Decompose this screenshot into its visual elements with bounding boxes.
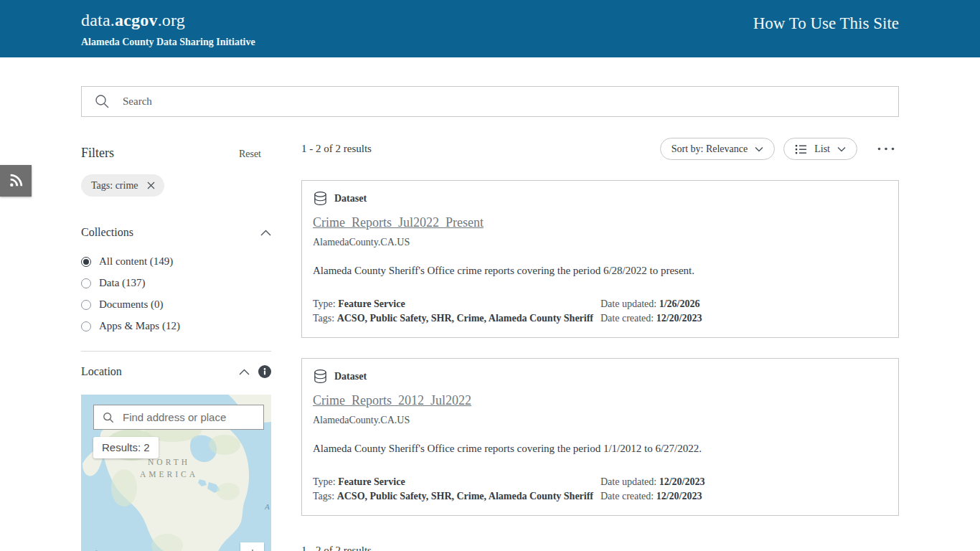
chevron-up-icon[interactable] (239, 369, 250, 375)
map-continent-label: NORTH AMERICA (140, 456, 198, 481)
how-to-use-link[interactable]: How To Use This Site (753, 0, 899, 33)
result-card: Dataset Crime_Reports_2012_Jul2022 Alame… (301, 358, 899, 516)
site-subtitle: Alameda County Data Sharing Initiative (81, 37, 255, 48)
collections-options: All content (149) Data (137) Documents (… (81, 255, 271, 332)
sidebar-divider (81, 351, 271, 352)
location-section-title: Location (81, 365, 122, 378)
dataset-owner: AlamedaCounty.CA.US (313, 237, 887, 248)
active-tag-label: Tags: crime (91, 180, 138, 192)
results-panel: 1 - 2 of 2 results Sort by: Relevance (301, 138, 899, 551)
dataset-title-link[interactable]: Crime_Reports_Jul2022_Present (313, 215, 484, 230)
results-count: 1 - 2 of 2 results (301, 143, 372, 155)
meta-tags-value: ACSO, Public Safety, SHR, Crime, Alameda… (337, 313, 593, 324)
meta-type-label: Type: (313, 298, 338, 309)
collection-option-label: Apps & Maps (12) (99, 320, 180, 332)
meta-created-label: Date created: (600, 313, 656, 324)
search-input[interactable] (121, 87, 898, 116)
reset-filters-button[interactable]: Reset (239, 149, 261, 160)
meta-tags-label: Tags: (313, 313, 337, 324)
chevron-down-icon (755, 146, 763, 152)
sort-by-dropdown[interactable]: Sort by: Relevance (660, 138, 776, 160)
database-icon (313, 191, 328, 206)
meta-tags-label: Tags: (313, 491, 337, 501)
collection-option-data[interactable]: Data (137) (81, 277, 271, 289)
card-type-badge: Dataset (334, 193, 367, 204)
map-address-search (93, 405, 264, 430)
location-map[interactable]: NORTH AMERICA cific A Results: 2 (81, 395, 271, 551)
collection-option-all-content[interactable]: All content (149) (81, 255, 271, 268)
radio-checked-icon (81, 257, 91, 267)
dataset-description: Alameda County Sheriff's Office crime re… (313, 265, 887, 277)
dataset-metadata: Type: Feature Service Tags: ACSO, Public… (313, 297, 887, 326)
chevron-up-icon[interactable] (260, 230, 271, 236)
site-title: data.acgov.org (81, 11, 255, 30)
card-type-badge: Dataset (334, 371, 367, 382)
dataset-description: Alameda County Sheriff's Office crime re… (313, 443, 887, 455)
filters-title: Filters (81, 146, 114, 161)
search-icon (95, 94, 110, 109)
meta-created-value: 12/20/2023 (656, 491, 702, 501)
meta-updated-label: Date updated: (600, 476, 659, 487)
active-tag-chip[interactable]: Tags: crime (81, 174, 164, 197)
radio-icon (81, 300, 91, 310)
results-toolbar: 1 - 2 of 2 results Sort by: Relevance (301, 138, 899, 160)
meta-type-value: Feature Service (338, 476, 405, 487)
global-search-bar (81, 86, 899, 117)
database-icon (313, 369, 328, 384)
view-mode-label: List (814, 143, 830, 155)
collection-option-label: Data (137) (99, 277, 146, 289)
map-address-input[interactable] (121, 410, 263, 424)
meta-updated-value: 1/26/2026 (659, 298, 700, 309)
search-icon (103, 412, 114, 423)
meta-created-value: 12/20/2023 (656, 313, 702, 324)
results-count-bottom: 1 - 2 of 2 results (301, 545, 899, 551)
site-title-prefix: data. (81, 11, 115, 29)
site-title-suffix: .org (158, 11, 185, 29)
result-card: Dataset Crime_Reports_Jul2022_Present Al… (301, 180, 899, 338)
site-header: data.acgov.org Alameda County Data Shari… (0, 0, 980, 57)
view-mode-dropdown[interactable]: List (783, 138, 857, 160)
rss-icon (8, 173, 24, 189)
meta-tags-value: ACSO, Public Safety, SHR, Crime, Alameda… (337, 491, 593, 501)
dataset-owner: AlamedaCounty.CA.US (313, 415, 887, 426)
site-logo[interactable]: data.acgov.org Alameda County Data Shari… (81, 0, 255, 48)
list-view-icon (795, 144, 807, 154)
collection-option-label: Documents (0) (99, 298, 164, 311)
meta-type-value: Feature Service (338, 298, 405, 309)
info-icon[interactable] (258, 365, 271, 378)
collections-section-title: Collections (81, 226, 133, 239)
map-zoom-in-button[interactable] (240, 542, 264, 551)
site-title-bold: acgov (115, 11, 158, 29)
meta-updated-value: 12/20/2023 (659, 476, 705, 487)
map-atlantic-label: A (265, 502, 270, 511)
radio-icon (81, 278, 91, 288)
meta-updated-label: Date updated: (600, 298, 659, 309)
sort-by-label: Sort by: Relevance (672, 143, 748, 155)
collection-option-apps-maps[interactable]: Apps & Maps (12) (81, 320, 271, 332)
meta-type-label: Type: (313, 476, 338, 487)
dataset-title-link[interactable]: Crime_Reports_2012_Jul2022 (313, 393, 471, 408)
collection-option-documents[interactable]: Documents (0) (81, 298, 271, 311)
chevron-down-icon (837, 146, 846, 152)
filters-sidebar: Filters Reset Tags: crime Collections Al… (81, 138, 271, 551)
more-options-button[interactable] (877, 147, 895, 151)
meta-created-label: Date created: (600, 491, 656, 501)
ellipsis-icon (877, 147, 895, 151)
radio-icon (81, 321, 91, 331)
close-icon[interactable] (147, 182, 155, 189)
map-results-badge: Results: 2 (93, 437, 159, 458)
rss-feed-button[interactable] (0, 165, 32, 197)
collection-option-label: All content (149) (99, 255, 173, 268)
dataset-metadata: Type: Feature Service Tags: ACSO, Public… (313, 475, 887, 504)
